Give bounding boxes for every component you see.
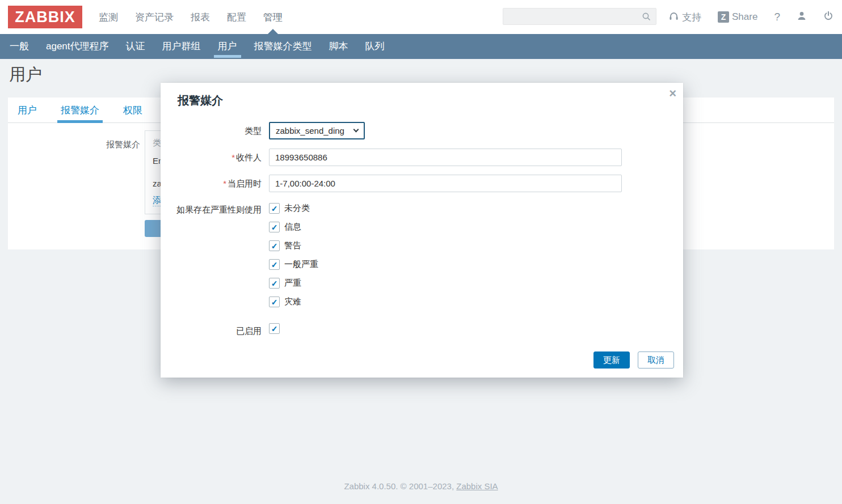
tab-permissions[interactable]: 权限 — [121, 98, 144, 123]
send-to-input[interactable] — [269, 149, 622, 166]
support-link[interactable]: 支持 — [668, 11, 701, 24]
user-icon — [797, 11, 807, 24]
media-add-link[interactable]: 添 — [153, 195, 161, 206]
headset-icon — [668, 11, 679, 24]
severity-option-label: 灾难 — [284, 297, 301, 307]
menu-item-configuration[interactable]: 配置 — [227, 11, 246, 24]
severity-label: 如果存在严重性则使用 — [161, 204, 262, 215]
enabled-label: 已启用 — [161, 325, 262, 336]
chevron-down-icon — [353, 127, 359, 133]
zabbix-share-icon: Z — [718, 11, 729, 23]
support-label: 支持 — [682, 11, 701, 24]
media-dialog: × 报警媒介 类型 zabbix_send_ding *收件人 *当启用时 如果… — [161, 83, 683, 378]
required-mark: * — [223, 179, 226, 188]
send-to-label: *收件人 — [161, 149, 262, 166]
logout-button[interactable] — [823, 11, 833, 24]
search-icon[interactable] — [642, 12, 651, 22]
subnav-general[interactable]: 一般 — [8, 34, 31, 59]
severity-item: 未分类 — [269, 203, 318, 214]
dialog-footer: 更新 取消 — [593, 351, 674, 369]
type-select-value: zabbix_send_ding — [276, 126, 344, 135]
help-button[interactable]: ? — [774, 11, 780, 23]
share-label: Share — [732, 11, 757, 23]
cancel-button[interactable]: 取消 — [638, 351, 674, 369]
subnav-authentication[interactable]: 认证 — [124, 34, 147, 59]
zabbix-sia-link[interactable]: Zabbix SIA — [456, 481, 498, 491]
severity-checkbox-not-classified[interactable] — [269, 203, 280, 214]
type-label: 类型 — [161, 122, 262, 139]
app-header: ZABBIX 监测 资产记录 报表 配置 管理 支持 — [0, 0, 842, 34]
header-actions: 支持 Z Share ? — [668, 0, 833, 34]
search-box[interactable] — [503, 8, 656, 25]
page-title: 用户 — [9, 63, 42, 86]
severity-option-label: 未分类 — [284, 203, 310, 214]
subnav-queue[interactable]: 队列 — [364, 34, 386, 59]
share-link[interactable]: Z Share — [718, 11, 757, 23]
severity-checkbox-disaster[interactable] — [269, 297, 280, 307]
severity-option-label: 一般严重 — [284, 259, 318, 270]
close-icon[interactable]: × — [669, 86, 676, 101]
power-icon — [823, 11, 833, 24]
when-active-input[interactable] — [269, 175, 622, 192]
subnav-user-groups[interactable]: 用户群组 — [161, 34, 203, 59]
admin-subnav: 一般 agent代理程序 认证 用户群组 用户 报警媒介类型 脚本 队列 — [0, 34, 842, 59]
footer-text: Zabbix 4.0.50. © 2001–2023, — [344, 481, 456, 491]
type-select[interactable]: zabbix_send_ding — [269, 122, 365, 139]
severity-option-label: 严重 — [284, 278, 301, 289]
severity-item: 一般严重 — [269, 259, 318, 270]
zabbix-logo[interactable]: ZABBIX — [8, 6, 82, 28]
menu-item-reports[interactable]: 报表 — [191, 11, 210, 24]
required-mark: * — [231, 153, 235, 162]
page-footer: Zabbix 4.0.50. © 2001–2023, Zabbix SIA — [0, 481, 842, 491]
dialog-title: 报警媒介 — [178, 93, 223, 108]
severity-checkbox-warning[interactable] — [269, 240, 280, 251]
media-table-header: 类 — [153, 138, 161, 149]
menu-item-inventory[interactable]: 资产记录 — [135, 11, 174, 24]
severity-list: 未分类 信息 警告 一般严重 严重 灾难 — [269, 203, 318, 307]
severity-item: 灾难 — [269, 297, 318, 307]
when-active-label: *当启用时 — [161, 175, 262, 192]
severity-item: 信息 — [269, 222, 318, 232]
profile-button[interactable] — [797, 11, 807, 24]
subnav-proxies[interactable]: agent代理程序 — [44, 34, 111, 59]
subnav-users[interactable]: 用户 — [216, 34, 239, 59]
subnav-media-types[interactable]: 报警媒介类型 — [252, 34, 314, 59]
severity-item: 警告 — [269, 240, 318, 251]
main-menu: 监测 资产记录 报表 配置 管理 — [99, 0, 283, 34]
active-menu-arrow — [268, 29, 278, 34]
severity-checkbox-average[interactable] — [269, 259, 280, 270]
tab-media[interactable]: 报警媒介 — [59, 98, 101, 123]
severity-item: 严重 — [269, 278, 318, 289]
menu-item-administration[interactable]: 管理 — [263, 11, 283, 24]
update-button[interactable]: 更新 — [593, 351, 630, 369]
enabled-checkbox[interactable] — [269, 323, 280, 334]
severity-option-label: 信息 — [284, 222, 301, 232]
menu-item-monitoring[interactable]: 监测 — [99, 11, 118, 24]
severity-checkbox-high[interactable] — [269, 278, 280, 289]
severity-checkbox-information[interactable] — [269, 222, 280, 232]
media-form-label: 报警媒介 — [8, 139, 140, 150]
severity-option-label: 警告 — [284, 240, 301, 251]
tab-user[interactable]: 用户 — [16, 98, 39, 123]
search-input[interactable] — [503, 9, 642, 24]
subnav-scripts[interactable]: 脚本 — [327, 34, 350, 59]
